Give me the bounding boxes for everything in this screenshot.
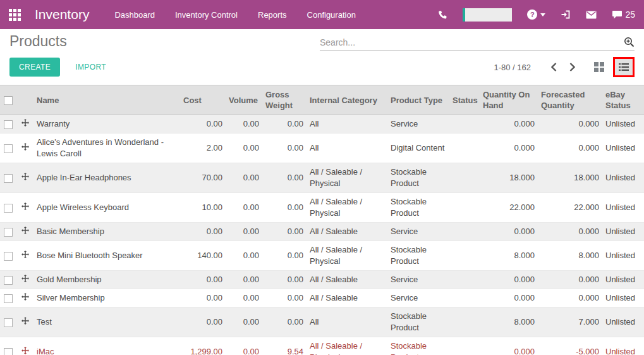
drag-handle-icon[interactable] bbox=[21, 275, 29, 282]
cell-forecasted-quantity: 18.000 bbox=[538, 163, 603, 193]
apps-grid-icon[interactable] bbox=[9, 9, 21, 21]
row-checkbox[interactable] bbox=[4, 348, 13, 355]
cell-internal-category: All bbox=[307, 308, 388, 337]
cell-name: iMac bbox=[34, 337, 181, 355]
annotation-highlight bbox=[613, 57, 635, 77]
import-button[interactable]: IMPORT bbox=[71, 62, 110, 72]
pager-next-button[interactable] bbox=[563, 63, 581, 72]
cell-name: Test bbox=[34, 308, 181, 337]
drag-handle-icon[interactable] bbox=[21, 293, 29, 301]
drag-handle-icon[interactable] bbox=[21, 202, 29, 210]
table-row[interactable]: Test 0.00 0.00 0.00 All Stockable Produc… bbox=[0, 308, 644, 337]
app-title[interactable]: Inventory bbox=[35, 7, 89, 22]
table-row[interactable]: Apple In-Ear Headphones 70.00 0.00 0.00 … bbox=[0, 163, 644, 193]
cell-name: Apple Wireless Keyboard bbox=[34, 193, 181, 223]
row-select-cell bbox=[0, 115, 16, 134]
cell-internal-category: All / Saleable / Physical bbox=[307, 163, 388, 193]
header-gross-weight[interactable]: Gross Weight bbox=[263, 85, 307, 115]
drag-handle-icon[interactable] bbox=[21, 143, 29, 151]
cell-status bbox=[450, 134, 480, 163]
cell-quantity-on-hand: 8.000 bbox=[480, 308, 538, 337]
list-view-button[interactable] bbox=[615, 59, 633, 75]
cell-product-type: Stockable Product bbox=[388, 163, 450, 193]
menu-dashboard[interactable]: Dashboard bbox=[114, 10, 155, 20]
table-row[interactable]: Alice's Adventures in Wonderland - Lewis… bbox=[0, 134, 644, 163]
cell-status bbox=[450, 163, 480, 193]
row-checkbox[interactable] bbox=[4, 174, 13, 183]
header-volume[interactable]: Volume bbox=[226, 85, 263, 115]
cell-name: Warranty bbox=[34, 115, 181, 134]
help-menu[interactable]: ? bbox=[527, 9, 545, 20]
cell-cost: 2.00 bbox=[181, 134, 226, 163]
select-all-checkbox[interactable] bbox=[4, 96, 13, 105]
table-row[interactable]: Bose Mini Bluetooth Speaker 140.00 0.00 … bbox=[0, 241, 644, 271]
row-checkbox[interactable] bbox=[4, 120, 13, 129]
cell-cost: 0.00 bbox=[181, 289, 226, 308]
row-select-cell bbox=[0, 134, 16, 163]
search-input[interactable] bbox=[320, 37, 624, 47]
cell-internal-category: All / Saleable / Physical bbox=[307, 337, 388, 355]
menu-inventory-control[interactable]: Inventory Control bbox=[175, 10, 238, 20]
header-quantity-on-hand[interactable]: Quantity On Hand bbox=[480, 85, 538, 115]
row-checkbox[interactable] bbox=[4, 144, 13, 153]
header-forecasted-quantity[interactable]: Forecasted Quantity bbox=[538, 85, 603, 115]
row-handle-cell bbox=[16, 241, 34, 271]
drag-handle-icon[interactable] bbox=[21, 173, 29, 180]
table-row[interactable]: Basic Membership 0.00 0.00 0.00 All / Sa… bbox=[0, 223, 644, 241]
user-menu[interactable] bbox=[463, 8, 512, 22]
menu-reports[interactable]: Reports bbox=[258, 10, 287, 20]
row-handle-cell bbox=[16, 134, 34, 163]
table-row[interactable]: Gold Membership 0.00 0.00 0.00 All / Sal… bbox=[0, 271, 644, 289]
phone-icon[interactable] bbox=[438, 10, 447, 20]
table-row[interactable]: Warranty 0.00 0.00 0.00 All Service 0.00… bbox=[0, 115, 644, 134]
cell-product-type: Service bbox=[388, 115, 450, 134]
table-row[interactable]: Silver Membership 0.00 0.00 0.00 All / S… bbox=[0, 289, 644, 308]
cell-product-type: Service bbox=[388, 271, 450, 289]
cell-cost: 70.00 bbox=[181, 163, 226, 193]
drag-handle-icon[interactable] bbox=[21, 347, 29, 354]
drag-handle-icon[interactable] bbox=[21, 227, 29, 234]
cell-cost: 140.00 bbox=[181, 241, 226, 271]
header-name[interactable]: Name bbox=[34, 85, 181, 115]
drag-handle-icon[interactable] bbox=[21, 251, 29, 258]
row-checkbox[interactable] bbox=[4, 228, 13, 237]
create-button[interactable]: CREATE bbox=[9, 58, 60, 77]
cell-ebay-status: Unlisted bbox=[603, 134, 644, 163]
pager-previous-button[interactable] bbox=[545, 63, 563, 72]
header-internal-category[interactable]: Internal Category bbox=[307, 85, 388, 115]
row-checkbox[interactable] bbox=[4, 294, 13, 303]
select-all-header bbox=[0, 85, 16, 115]
header-status[interactable]: Status bbox=[450, 85, 480, 115]
sign-in-icon[interactable] bbox=[561, 9, 571, 20]
mail-icon[interactable] bbox=[586, 11, 597, 19]
row-handle-cell bbox=[16, 271, 34, 289]
cell-internal-category: All / Saleable bbox=[307, 271, 388, 289]
drag-handle-icon[interactable] bbox=[21, 119, 29, 127]
cell-product-type: Service bbox=[388, 223, 450, 241]
cell-volume: 0.00 bbox=[226, 134, 263, 163]
header-cost[interactable]: Cost bbox=[181, 85, 226, 115]
header-ebay-status[interactable]: eBay Status bbox=[603, 85, 644, 115]
kanban-view-button[interactable] bbox=[590, 59, 608, 75]
cell-volume: 0.00 bbox=[226, 115, 263, 134]
row-checkbox[interactable] bbox=[4, 276, 13, 285]
chat-menu[interactable]: 25 bbox=[612, 9, 635, 20]
pager-range[interactable]: 1-80 / 162 bbox=[494, 63, 531, 72]
cell-volume: 0.00 bbox=[226, 289, 263, 308]
row-checkbox[interactable] bbox=[4, 318, 13, 327]
header-product-type[interactable]: Product Type bbox=[388, 85, 450, 115]
drag-handle-icon[interactable] bbox=[21, 317, 29, 325]
cell-name: Basic Membership bbox=[34, 223, 181, 241]
row-handle-cell bbox=[16, 115, 34, 134]
table-row[interactable]: Apple Wireless Keyboard 10.00 0.00 0.00 … bbox=[0, 193, 644, 223]
cell-forecasted-quantity: 0.000 bbox=[538, 289, 603, 308]
page-title: Products bbox=[9, 33, 67, 49]
row-checkbox[interactable] bbox=[4, 252, 13, 261]
search-advanced-icon[interactable] bbox=[624, 37, 635, 47]
menu-configuration[interactable]: Configuration bbox=[307, 10, 356, 20]
cell-internal-category: All bbox=[307, 134, 388, 163]
cell-ebay-status: Unlisted bbox=[603, 115, 644, 134]
row-checkbox[interactable] bbox=[4, 204, 13, 213]
cell-gross-weight: 0.00 bbox=[263, 308, 307, 337]
table-row[interactable]: iMac 1,299.00 0.00 9.54 All / Saleable /… bbox=[0, 337, 644, 355]
